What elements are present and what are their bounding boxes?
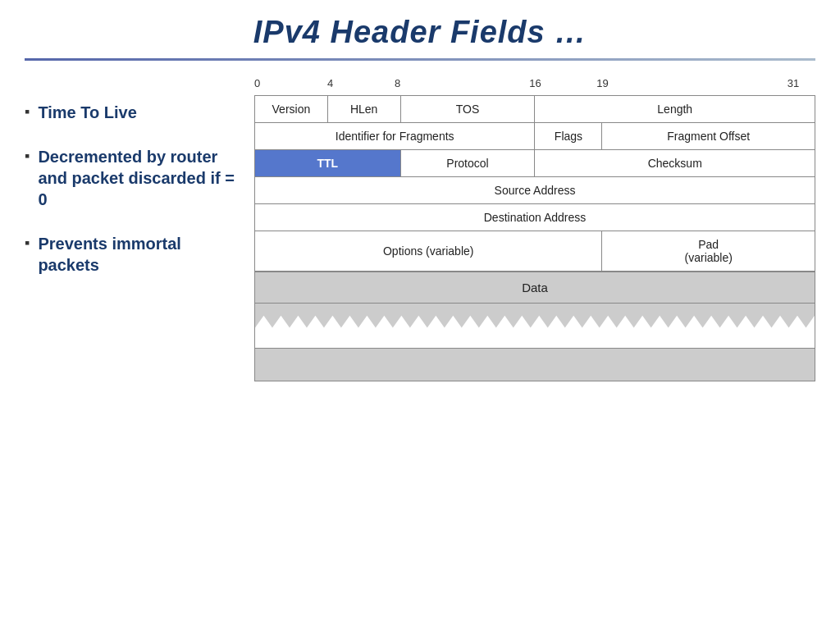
cell-hlen: HLen: [327, 96, 400, 123]
ipv4-header-table: Version HLen TOS Length Identifier for F…: [254, 95, 815, 272]
content-area: ▪ Time To Live ▪ Decremented by router a…: [0, 61, 840, 630]
table-row-1: Version HLen TOS Length: [255, 96, 815, 123]
table-row-3: TTL Protocol Checksum: [255, 150, 815, 177]
table-row-4: Source Address: [255, 177, 815, 204]
bit-labels: 0 4 8 16 19 31: [254, 77, 815, 94]
bit-label-0: 0: [254, 77, 260, 89]
table-row-2: Identifier for Fragments Flags Fragment …: [255, 123, 815, 150]
bit-label-19: 19: [596, 77, 608, 89]
right-panel: 0 4 8 16 19 31 Version HLen TOS Length I…: [254, 77, 815, 622]
cell-length: Length: [535, 96, 815, 123]
cell-source-address: Source Address: [255, 177, 815, 204]
bullet-text-2: Decremented by router and packet discard…: [38, 146, 238, 210]
wave-row: [254, 304, 815, 349]
cell-options: Options (variable): [255, 231, 602, 272]
bullet-item-1: ▪ Time To Live: [25, 102, 238, 123]
header: IPv4 Header Fields …: [0, 0, 840, 58]
cell-ttl: TTL: [255, 150, 401, 177]
data-row: Data: [254, 272, 815, 304]
bit-label-16: 16: [529, 77, 541, 89]
bit-label-31: 31: [788, 77, 799, 89]
bit-label-4: 4: [327, 77, 333, 89]
bullet-dot-2: ▪: [25, 148, 30, 165]
left-panel: ▪ Time To Live ▪ Decremented by router a…: [25, 77, 238, 622]
bullet-dot-3: ▪: [25, 235, 30, 252]
cell-flags: Flags: [535, 123, 602, 150]
page-container: IPv4 Header Fields … ▪ Time To Live ▪ De…: [0, 0, 840, 630]
bullet-text-3: Prevents immortal packets: [38, 233, 238, 276]
bullet-text-1: Time To Live: [38, 102, 136, 123]
wave-svg: [255, 304, 815, 348]
cell-version: Version: [255, 96, 328, 123]
page-title: IPv4 Header Fields …: [33, 15, 807, 50]
cell-tos: TOS: [400, 96, 535, 123]
cell-fragment-offset: Fragment Offset: [602, 123, 815, 150]
cell-identifier: Identifier for Fragments: [255, 123, 535, 150]
cell-protocol: Protocol: [400, 150, 535, 177]
cell-checksum: Checksum: [535, 150, 815, 177]
empty-bottom-row: [254, 349, 815, 381]
bit-label-8: 8: [395, 77, 400, 89]
cell-destination-address: Destination Address: [255, 204, 815, 231]
table-row-6: Options (variable) Pad(variable): [255, 231, 815, 272]
bullet-item-3: ▪ Prevents immortal packets: [25, 233, 238, 276]
bullet-item-2: ▪ Decremented by router and packet disca…: [25, 146, 238, 210]
cell-pad: Pad(variable): [602, 231, 815, 272]
bullet-dot-1: ▪: [25, 103, 30, 121]
table-row-5: Destination Address: [255, 204, 815, 231]
svg-marker-0: [255, 316, 815, 348]
